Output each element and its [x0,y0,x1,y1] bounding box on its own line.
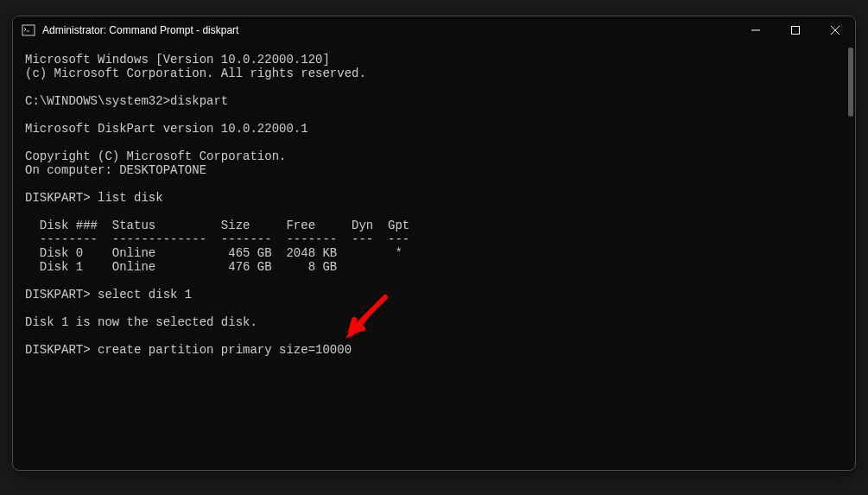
close-button[interactable] [815,16,855,44]
scrollbar-thumb[interactable] [848,48,853,117]
terminal-output[interactable]: Microsoft Windows [Version 10.0.22000.12… [13,44,855,470]
svg-rect-1 [792,27,800,35]
window-title: Administrator: Command Prompt - diskpart [42,24,736,36]
window-controls [736,16,855,44]
terminal-text: Microsoft Windows [Version 10.0.22000.12… [25,53,409,357]
titlebar[interactable]: Administrator: Command Prompt - diskpart [13,16,855,44]
minimize-button[interactable] [736,16,776,44]
svg-rect-0 [22,25,35,35]
maximize-button[interactable] [776,16,815,44]
command-prompt-window: Administrator: Command Prompt - diskpart… [12,16,856,471]
cmd-icon [22,23,35,37]
